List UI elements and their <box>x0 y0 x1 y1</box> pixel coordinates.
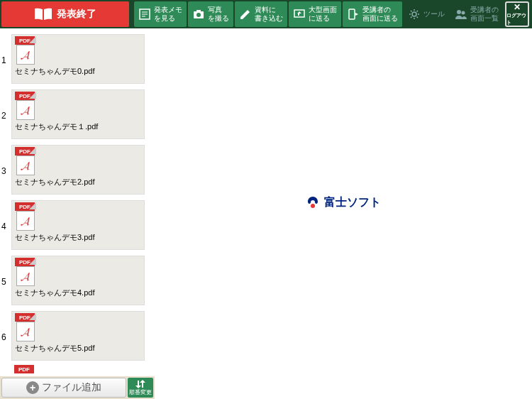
close-icon: ✕ <box>514 3 521 11</box>
file-sidebar: 1PDF𝓐セミナちゃんデモ0.pdf2PDF𝓐セミナちゃんデモ１.pdf3PDF… <box>0 28 155 376</box>
device-send-icon <box>347 8 360 21</box>
reorder-label: 順番変更 <box>129 388 152 396</box>
file-name: セミナちゃんデモ0.pdf <box>15 66 141 77</box>
file-number: 2 <box>1 111 11 139</box>
pdf-icon: PDF𝓐 <box>15 147 38 175</box>
svg-point-10 <box>457 10 461 14</box>
file-name: セミナちゃんデモ１.pdf <box>15 121 141 132</box>
svg-point-11 <box>462 11 465 15</box>
pdf-icon: PDF𝓐 <box>15 258 38 286</box>
top-toolbar: 発表終了 発表メモ を見る 写真 を撮る 資料に 書き込む 大型画面 に送る 受… <box>0 0 532 28</box>
screen-send-icon <box>293 8 306 21</box>
file-row[interactable]: 6PDF𝓐セミナちゃんデモ5.pdf <box>0 305 155 361</box>
photo-button[interactable]: 写真 を撮る <box>188 1 233 27</box>
pdf-icon: PDF <box>14 365 34 373</box>
file-number: 1 <box>1 55 11 84</box>
file-name: セミナちゃんデモ4.pdf <box>15 288 141 298</box>
reorder-icon <box>135 380 146 388</box>
brand-icon <box>306 195 320 209</box>
annotate-label: 資料に 書き込む <box>255 6 283 23</box>
file-row[interactable]: 3PDF𝓐セミナちゃんデモ2.pdf <box>0 139 155 195</box>
svg-rect-5 <box>196 10 201 12</box>
bottom-toolbar: + ファイル追加 順番変更 <box>0 376 155 399</box>
file-row[interactable]: PDF <box>0 361 155 376</box>
camera-icon <box>192 8 205 21</box>
file-card[interactable]: PDF𝓐セミナちゃんデモ１.pdf <box>11 89 145 139</box>
file-row[interactable]: 1PDF𝓐セミナちゃんデモ0.pdf <box>0 28 155 84</box>
memo-button[interactable]: 発表メモ を見る <box>134 1 187 27</box>
file-card[interactable]: PDF𝓐セミナちゃんデモ2.pdf <box>11 145 145 195</box>
file-row[interactable]: 5PDF𝓐セミナちゃんデモ4.pdf <box>0 250 155 305</box>
people-icon <box>455 8 467 21</box>
file-name: セミナちゃんデモ5.pdf <box>15 343 141 354</box>
file-number: 6 <box>1 332 11 361</box>
file-card[interactable]: PDF𝓐セミナちゃんデモ0.pdf <box>11 34 145 84</box>
reorder-button[interactable]: 順番変更 <box>128 378 153 398</box>
gear-icon <box>408 8 421 21</box>
memo-icon <box>138 8 151 21</box>
end-presentation-button[interactable]: 発表終了 <box>1 1 129 27</box>
annotate-button[interactable]: 資料に 書き込む <box>235 1 287 27</box>
memo-label: 発表メモ を見る <box>154 6 182 23</box>
file-name: セミナちゃんデモ2.pdf <box>15 177 141 187</box>
logout-label: ログアウト <box>506 12 528 26</box>
file-number: 3 <box>1 166 11 195</box>
brand-text: 富士ソフト <box>324 195 381 210</box>
send-students-button[interactable]: 受講者の 画面に送る <box>343 1 402 27</box>
pdf-icon: PDF𝓐 <box>15 313 38 341</box>
send-large-label: 大型画面 に送る <box>309 6 337 23</box>
pen-icon <box>239 8 252 21</box>
svg-point-9 <box>412 12 416 16</box>
file-card[interactable]: PDF𝓐セミナちゃんデモ4.pdf <box>11 256 145 305</box>
file-row[interactable]: 2PDF𝓐セミナちゃんデモ１.pdf <box>0 84 155 139</box>
file-card[interactable]: PDF𝓐セミナちゃんデモ5.pdf <box>11 311 145 361</box>
pdf-icon: PDF𝓐 <box>15 36 38 65</box>
student-list-label: 受講者の 画面一覧 <box>470 6 499 23</box>
file-number: 4 <box>1 222 11 250</box>
file-number: 5 <box>1 277 11 305</box>
svg-rect-8 <box>349 9 355 19</box>
plus-icon: + <box>26 381 39 394</box>
student-list-button: 受講者の 画面一覧 <box>450 1 503 27</box>
book-icon <box>34 8 52 21</box>
main-area: 1PDF𝓐セミナちゃんデモ0.pdf2PDF𝓐セミナちゃんデモ１.pdf3PDF… <box>0 28 532 376</box>
tools-button: ツール <box>404 1 449 27</box>
end-presentation-label: 発表終了 <box>57 8 96 21</box>
send-students-label: 受講者の 画面に送る <box>362 6 398 23</box>
svg-point-12 <box>311 204 315 208</box>
file-row[interactable]: 4PDF𝓐セミナちゃんデモ3.pdf <box>0 195 155 250</box>
toolbar-spacer <box>131 0 133 28</box>
send-large-button[interactable]: 大型画面 に送る <box>289 1 341 27</box>
photo-label: 写真 を撮る <box>208 6 229 23</box>
add-file-label: ファイル追加 <box>42 381 101 394</box>
tools-label: ツール <box>423 10 445 18</box>
add-file-button[interactable]: + ファイル追加 <box>1 378 126 398</box>
file-name: セミナちゃんデモ3.pdf <box>15 232 141 243</box>
svg-point-6 <box>196 13 201 17</box>
file-card[interactable]: PDF𝓐セミナちゃんデモ3.pdf <box>11 200 145 250</box>
pdf-icon: PDF𝓐 <box>15 202 38 231</box>
brand-logo: 富士ソフト <box>306 195 381 210</box>
pdf-icon: PDF𝓐 <box>15 92 38 120</box>
content-area: 富士ソフト <box>155 28 532 376</box>
logout-button[interactable]: ✕ ログアウト <box>505 1 529 27</box>
